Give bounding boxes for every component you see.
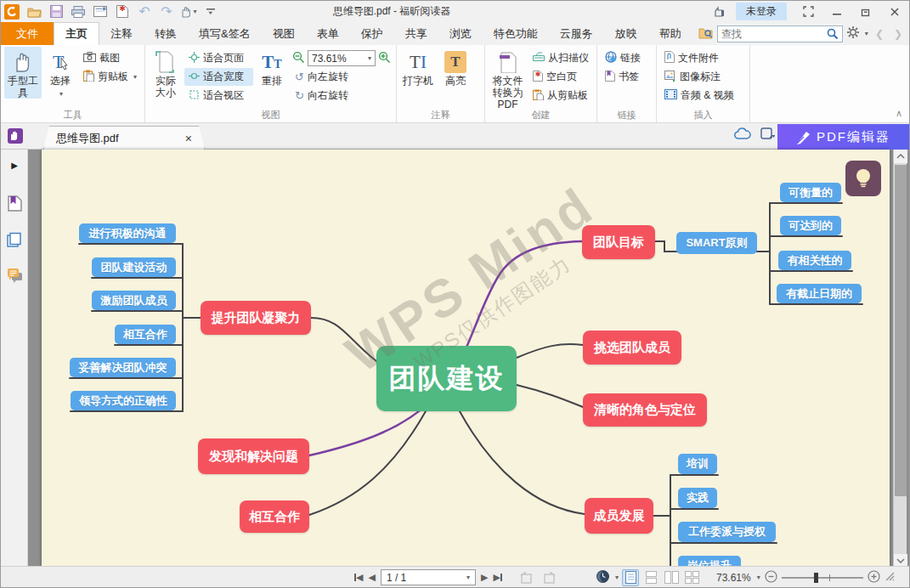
zoom-out-icon[interactable] xyxy=(292,51,305,66)
ribbon-tab[interactable]: 放映 xyxy=(604,22,648,45)
mindmap-node-blue[interactable]: 有截止日期的 xyxy=(777,284,862,303)
zoom-slider-thumb[interactable] xyxy=(814,573,818,583)
login-status[interactable]: 未登录 xyxy=(736,3,787,20)
zoom-slider[interactable] xyxy=(782,577,863,579)
file-attachment-button[interactable]: 文件附件 xyxy=(660,49,738,67)
ribbon-tab[interactable]: 主页 xyxy=(54,22,99,45)
document-tab[interactable]: 思维导图.pdf × xyxy=(43,126,205,150)
continuous-facing-icon[interactable] xyxy=(683,569,700,586)
resize-grip-icon[interactable] xyxy=(885,571,895,584)
lightbulb-icon[interactable] xyxy=(845,161,881,196)
image-annotation-button[interactable]: 图像标注 xyxy=(660,68,738,86)
pages-panel-icon[interactable] xyxy=(6,231,23,248)
collapse-ribbon-icon[interactable]: ∧ xyxy=(896,108,902,119)
ribbon-tab[interactable]: 帮助 xyxy=(648,22,692,45)
mindmap-node-red[interactable]: 提升团队凝聚力 xyxy=(201,301,311,335)
mindmap-node-blue[interactable]: 可衡量的 xyxy=(780,183,841,202)
ribbon-tab[interactable]: 视图 xyxy=(262,22,306,45)
mindmap-node-blue[interactable]: SMART原则 xyxy=(676,232,757,254)
mindmap-node-blue[interactable]: 激励团队成员 xyxy=(92,291,176,310)
prev-page-icon[interactable]: ◀ xyxy=(368,572,375,583)
pdf-editor-button[interactable]: PDF编辑器 xyxy=(777,124,909,150)
undo-icon[interactable]: ↶ xyxy=(134,3,155,20)
mindmap-node-center[interactable]: 团队建设 xyxy=(376,346,517,411)
scroll-up-icon[interactable] xyxy=(894,150,907,163)
bookmark-button[interactable]: 书签 xyxy=(601,68,645,86)
mindmap-node-red[interactable]: 发现和解决问题 xyxy=(198,438,309,474)
next-page-icon[interactable]: ▶ xyxy=(481,572,488,583)
fit-page-button[interactable]: 适合页面 xyxy=(184,49,253,67)
scrollbar-thumb[interactable] xyxy=(895,165,907,496)
mindmap-node-blue[interactable]: 可达到的 xyxy=(780,216,841,235)
search-input-box[interactable] xyxy=(717,25,843,42)
mindmap-node-blue[interactable]: 妥善解决团队冲突 xyxy=(70,358,176,377)
bookmarks-panel-icon[interactable] xyxy=(6,195,23,212)
foxit-logo[interactable] xyxy=(2,3,22,20)
new-document-icon[interactable]: ✱ xyxy=(112,3,133,20)
select-tool-button[interactable]: T 选择▾ xyxy=(43,47,77,100)
zoom-percent-caret[interactable]: ▾ xyxy=(757,574,760,581)
print-icon[interactable] xyxy=(68,3,88,20)
mindmap-node-blue[interactable]: 实践 xyxy=(678,488,717,508)
page-number-box[interactable]: 1 / 1▾ xyxy=(381,569,476,585)
next-view-icon[interactable] xyxy=(543,572,557,584)
reflow-button[interactable]: TT 重排 xyxy=(255,47,289,87)
link-button[interactable]: 链接 xyxy=(601,49,645,67)
expand-panel-icon[interactable]: ▶ xyxy=(6,156,23,173)
comments-panel-icon[interactable] xyxy=(6,267,23,284)
search-settings-gear-icon[interactable] xyxy=(846,25,860,42)
fullscreen-icon[interactable] xyxy=(794,3,822,21)
ribbon-tab[interactable]: 注释 xyxy=(99,22,144,45)
highlight-button[interactable]: T 高亮 xyxy=(438,47,473,87)
rotate-left-button[interactable]: ↺ 向左旋转 xyxy=(291,68,393,86)
ribbon-tab[interactable]: 保护 xyxy=(350,22,394,45)
hand-tool-button[interactable]: 手型工具 xyxy=(4,47,42,99)
mindmap-node-red[interactable]: 团队目标 xyxy=(582,225,655,259)
clipboard-button[interactable]: 剪贴板▾ xyxy=(79,68,141,86)
ribbon-tab[interactable]: 转换 xyxy=(144,22,188,45)
save-to-drive-icon[interactable] xyxy=(760,127,775,143)
fit-width-button[interactable]: 适合宽度 xyxy=(184,68,253,86)
ribbon-tab[interactable]: 共享 xyxy=(394,22,438,45)
zoom-in-icon[interactable] xyxy=(868,570,880,585)
hand-quick-icon[interactable]: ▾ xyxy=(178,3,199,20)
minimize-icon[interactable] xyxy=(822,3,851,21)
first-page-icon[interactable]: ◀ xyxy=(354,572,363,583)
search-folder-icon[interactable] xyxy=(698,25,714,42)
mindmap-node-red[interactable]: 成员发展 xyxy=(585,498,653,534)
view-mode-caret[interactable]: ▾ xyxy=(615,574,619,581)
typewriter-button[interactable]: TI 打字机 xyxy=(400,47,436,87)
ribbon-tab[interactable]: 填写&签名 xyxy=(188,22,262,45)
ribbon-tab[interactable]: 特色功能 xyxy=(483,22,549,45)
ribbon-tab[interactable]: 云服务 xyxy=(549,22,604,45)
save-icon[interactable] xyxy=(46,3,66,20)
last-page-icon[interactable]: ▶ xyxy=(493,572,501,583)
zoom-out-icon[interactable] xyxy=(765,570,777,585)
search-dropdown-caret[interactable]: ▾ xyxy=(865,30,868,37)
vertical-scrollbar[interactable] xyxy=(893,150,907,568)
view-mode-icon[interactable] xyxy=(596,569,610,586)
share-icon[interactable] xyxy=(708,3,728,20)
zoom-in-icon[interactable] xyxy=(378,51,391,66)
from-clipboard-button[interactable]: 从剪贴板 xyxy=(528,87,593,105)
rotate-right-button[interactable]: ↻ 向右旋转 xyxy=(291,87,393,105)
search-input[interactable] xyxy=(721,28,827,40)
mindmap-node-blue[interactable]: 工作委派与授权 xyxy=(678,522,776,542)
email-icon[interactable] xyxy=(90,3,110,20)
customize-toolbar-icon[interactable] xyxy=(201,3,221,20)
close-icon[interactable] xyxy=(880,3,909,21)
audio-video-button[interactable]: 音频 & 视频 xyxy=(660,87,738,105)
pdf-page[interactable]: 团队建设提升团队凝聚力发现和解决问题相互合作团队目标挑选团队成员清晰的角色与定位… xyxy=(42,150,890,568)
mindmap-node-blue[interactable]: 团队建设活动 xyxy=(92,257,176,277)
ribbon-tab[interactable]: 浏览 xyxy=(438,22,483,45)
mindmap-node-blue[interactable]: 相互合作 xyxy=(115,325,176,344)
mindmap-node-red[interactable]: 挑选团队成员 xyxy=(583,331,681,365)
find-next-icon[interactable]: ❯ xyxy=(890,28,906,40)
mindmap-node-blue[interactable]: 领导方式的正确性 xyxy=(71,391,176,410)
restore-icon[interactable] xyxy=(851,3,880,21)
facing-page-icon[interactable] xyxy=(663,569,680,586)
from-scanner-button[interactable]: 从扫描仪 xyxy=(528,49,593,67)
mindmap-node-blue[interactable]: 进行积极的沟通 xyxy=(79,223,176,243)
continuous-page-icon[interactable] xyxy=(642,569,659,586)
actual-size-button[interactable]: 实际大小 xyxy=(149,47,183,99)
